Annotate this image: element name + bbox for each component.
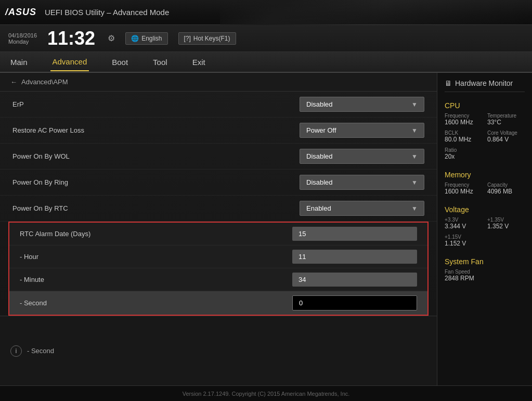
fan-speed-group: Fan Speed 2848 RPM [445,269,525,282]
nav-main[interactable]: Main [8,54,30,71]
volt-115-label: +1.15V [445,234,482,240]
rtc-minute-input[interactable] [292,273,417,287]
back-arrow-icon[interactable]: ← [10,78,17,86]
asus-logo: /ASUS [5,7,36,18]
breadcrumb: ← Advanced\APM [0,73,437,92]
content-area: ← Advanced\APM ErP Disabled ▼ Restore AC… [0,73,437,385]
volt-115-group: +1.15V 1.152 V [445,234,482,248]
cpu-section: CPU Frequency 1600 MHz Temperature 33°C … [445,99,525,161]
time-display: 11:32 [47,28,95,49]
restore-ac-dropdown[interactable]: Power Off ▼ [300,123,424,138]
memory-section-title: Memory [445,171,525,179]
monitor-icon: 🖥 [445,79,452,87]
power-wol-arrow: ▼ [411,153,418,160]
volt-135-label: +1.35V [487,217,525,223]
cpu-freq-label: Frequency [445,113,482,119]
bottom-info-bar: i - Second [0,316,437,385]
gear-icon[interactable]: ⚙ [108,33,115,43]
date-area: 04/18/2016 Monday [8,32,37,45]
header-bar: /ASUS UEFI BIOS Utility – Advanced Mode [0,0,532,25]
voltage-section: Voltage +3.3V 3.344 V +1.35V 1.352 V +1.… [445,203,525,248]
sidebar-title-text: Hardware Monitor [455,79,513,87]
volt-33-group: +3.3V 3.344 V [445,217,482,231]
nav-menu: Main Advanced Boot Tool Exit [0,52,532,73]
sidebar-title: 🖥 Hardware Monitor [445,79,525,92]
volt-135-group: +1.35V 1.352 V [487,217,525,231]
power-wol-label: Power On By WOL [12,152,300,160]
volt-33-value: 3.344 V [445,223,482,230]
hotkeys-button[interactable]: [?] Hot Keys(F1) [178,32,236,45]
power-ring-label: Power On By Ring [12,178,300,186]
power-rtc-dropdown[interactable]: Enabled ▼ [300,201,424,216]
footer-text: Version 2.17.1249. Copyright (C) 2015 Am… [183,391,350,397]
hotkeys-icon: [?] [184,35,191,42]
rtc-date-input[interactable] [292,227,417,241]
restore-ac-arrow: ▼ [411,127,418,134]
power-wol-row: Power On By WOL Disabled ▼ [0,144,437,170]
rtc-minute-label: - Minute [20,276,292,283]
rtc-date-label: RTC Alarm Date (Days) [20,230,292,238]
power-ring-dropdown[interactable]: Disabled ▼ [300,175,424,190]
cpu-section-title: CPU [445,101,525,110]
power-wol-value: Disabled [306,152,333,160]
power-rtc-arrow: ▼ [411,205,418,212]
day-label: Monday [8,38,37,45]
volt-135-value: 1.352 V [487,223,525,230]
cpu-freq-value: 1600 MHz [445,119,482,126]
hotkeys-label: Hot Keys(F1) [193,35,230,42]
rtc-date-row: RTC Alarm Date (Days) [9,223,427,245]
power-wol-dropdown[interactable]: Disabled ▼ [300,149,424,164]
voltage-section-title: Voltage [445,205,525,214]
power-ring-arrow: ▼ [411,179,418,186]
cpu-corevolt-label: Core Voltage [487,130,525,136]
nav-exit[interactable]: Exit [190,54,207,71]
restore-ac-row: Restore AC Power Loss Power Off ▼ [0,118,437,144]
power-rtc-label: Power On By RTC [12,204,300,212]
volt-115-value: 1.152 V [445,240,482,247]
nav-advanced[interactable]: Advanced [50,53,89,71]
power-ring-value: Disabled [306,178,333,186]
restore-ac-label: Restore AC Power Loss [12,126,300,134]
globe-icon: 🌐 [131,35,139,42]
bottom-info-text: - Second [27,347,54,355]
main-layout: ← Advanced\APM ErP Disabled ▼ Restore AC… [0,73,532,385]
restore-ac-value: Power Off [306,126,336,134]
cpu-corevolt-value: 0.864 V [487,136,525,143]
nav-boot[interactable]: Boot [110,54,130,71]
power-ring-row: Power On By Ring Disabled ▼ [0,170,437,196]
mem-cap-label: Capacity [487,182,525,188]
language-button[interactable]: 🌐 English [125,32,167,45]
erp-value: Disabled [306,100,333,108]
fan-section-title: System Fan [445,257,525,266]
power-rtc-value: Enabled [306,204,331,212]
fan-speed-value: 2848 RPM [445,275,525,282]
cpu-corevolt-group: Core Voltage 0.864 V [487,130,525,144]
cpu-bclk-label: BCLK [445,130,482,136]
rtc-hour-label: - Hour [20,253,292,261]
power-rtc-row: Power On By RTC Enabled ▼ [0,196,437,222]
cpu-temp-label: Temperature [487,113,525,119]
fan-speed-label: Fan Speed [445,269,525,275]
volt-33-label: +3.3V [445,217,482,223]
rtc-hour-input[interactable] [292,250,417,264]
rtc-minute-row: - Minute [9,268,427,291]
info-icon: i [10,345,22,357]
nav-tool[interactable]: Tool [151,54,170,71]
rtc-second-input[interactable] [292,295,417,311]
fan-section: System Fan Fan Speed 2848 RPM [445,255,525,283]
bios-title: UEFI BIOS Utility – Advanced Mode [45,8,169,17]
cpu-ratio-label: Ratio [445,147,482,153]
mem-freq-label: Frequency [445,182,482,188]
cpu-bclk-group: BCLK 80.0 MHz [445,130,482,144]
cpu-freq-group: Frequency 1600 MHz [445,113,482,127]
mem-freq-value: 1600 MHz [445,188,482,195]
erp-dropdown[interactable]: Disabled ▼ [300,97,424,112]
cpu-temp-value: 33°C [487,119,525,126]
erp-row: ErP Disabled ▼ [0,92,437,118]
erp-label: ErP [12,100,300,108]
cpu-temp-group: Temperature 33°C [487,113,525,127]
breadcrumb-path: Advanced\APM [21,78,68,86]
timebar: 04/18/2016 Monday 11:32 ⚙ 🌐 English [?] … [0,25,532,52]
mem-cap-group: Capacity 4096 MB [487,182,525,196]
rtc-section: RTC Alarm Date (Days) - Hour - Minute - … [8,222,429,316]
